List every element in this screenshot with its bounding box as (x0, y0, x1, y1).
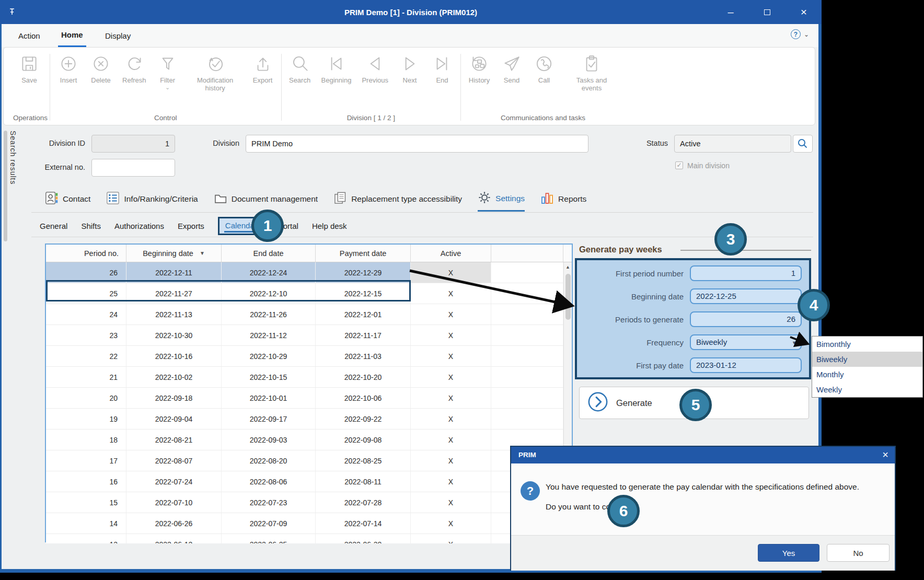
status-field[interactable]: Active (674, 135, 791, 153)
ribbon-button-save[interactable]: Save (13, 51, 45, 85)
first-pay-date-field[interactable]: 2023-01-12 (690, 357, 802, 373)
ribbon-button-tasks-and-events[interactable]: Tasks and events (560, 51, 623, 92)
ribbon-button-search[interactable]: Search (284, 51, 316, 85)
dropdown-option-biweekly[interactable]: Biweekly (812, 352, 922, 367)
subtab-authorizations[interactable]: Authorizations (114, 222, 164, 230)
ribbon-group-label: Control (52, 110, 279, 125)
cell-payment-date: 2022-07-28 (316, 492, 411, 513)
beginning-date-field[interactable]: 2022-12-25 (690, 288, 802, 304)
ribbon-button-modification-history[interactable]: Modification history (184, 51, 247, 92)
column-header-end-date[interactable]: End date (222, 245, 316, 262)
scroll-up-icon[interactable]: ▲ (564, 264, 572, 270)
first-period-number-field[interactable]: 1 (690, 265, 802, 281)
table-row[interactable]: 212022-10-022022-10-152022-10-20X (46, 367, 572, 388)
tab-reports[interactable]: Reports (540, 187, 586, 212)
ribbon-button-call[interactable]: Call (528, 51, 560, 85)
ribbon-button-send[interactable]: Send (495, 51, 528, 85)
subtab-shifts[interactable]: Shifts (81, 222, 101, 230)
table-row[interactable]: 182022-08-212022-09-032022-09-08X (46, 430, 572, 450)
ribbon-button-history[interactable]: History (463, 51, 495, 85)
ribbon-button-export[interactable]: Export (247, 51, 279, 85)
ribbon-button-insert[interactable]: Insert (52, 51, 85, 85)
cell-payment-date: 2022-08-11 (316, 471, 411, 492)
menu-tab-action[interactable]: Action (15, 24, 43, 47)
dropdown-option-monthly[interactable]: Monthly (812, 367, 922, 382)
ribbon-button-previous[interactable]: Previous (356, 51, 394, 85)
cell-active: X (411, 471, 491, 492)
sidebar-scrollbar[interactable] (4, 131, 7, 241)
table-row[interactable]: 142022-06-262022-07-092022-07-14X (46, 513, 572, 534)
column-header-payment-date[interactable]: Payment date (316, 245, 411, 262)
field-row-frequency: FrequencyBiweekly▼ (577, 334, 809, 350)
maximize-button[interactable] (755, 0, 779, 24)
periods-to-generate-field[interactable]: 26 (690, 311, 802, 327)
ribbon-button-end[interactable]: End (426, 51, 458, 85)
ribbon-button-label: Delete (91, 77, 111, 85)
ribbon-button-filter[interactable]: Filter⌄ (152, 51, 184, 90)
external-no-field[interactable] (91, 159, 175, 177)
tab-contact[interactable]: Contact (45, 187, 90, 212)
ribbon-button-next[interactable]: Next (394, 51, 426, 85)
ribbon-button-delete[interactable]: Delete (85, 51, 117, 85)
cell-active: X (411, 262, 491, 283)
beginning-icon (325, 53, 347, 75)
column-header-empty[interactable] (491, 245, 563, 262)
sidebar-search-results-tab[interactable]: Search results (9, 131, 17, 184)
cell-empty (491, 262, 563, 283)
menu-tab-display[interactable]: Display (102, 24, 134, 47)
table-row[interactable]: 252022-11-272022-12-102022-12-15X (46, 283, 572, 304)
callout-6: 6 (607, 495, 640, 527)
table-row[interactable]: 172022-08-072022-08-202022-08-25X (46, 450, 572, 471)
dialog-close-button[interactable]: × (882, 447, 888, 463)
no-button[interactable]: No (827, 544, 890, 562)
sub-tab-bar: GeneralShiftsAuthorizationsExportsCalend… (31, 215, 347, 236)
ribbon-button-label: Previous (362, 77, 388, 85)
help-button[interactable]: ? ⌄ (791, 29, 809, 39)
subtab-exports[interactable]: Exports (178, 222, 204, 230)
division-id-field[interactable]: 1 (91, 135, 175, 153)
menu-tab-home[interactable]: Home (58, 24, 86, 47)
main-division-checkbox[interactable]: ✓ (675, 161, 683, 169)
close-button[interactable]: × (792, 0, 816, 24)
dropdown-option-bimonthly[interactable]: Bimonthly (812, 337, 922, 352)
dropdown-option-weekly[interactable]: Weekly (812, 382, 922, 397)
table-row[interactable]: 162022-07-242022-08-062022-08-11X (46, 471, 572, 492)
column-header-period-no[interactable]: Period no. (46, 245, 126, 262)
column-header-beginning-date[interactable]: Beginning date▼ (126, 245, 222, 262)
ribbon-button-label: Beginning (321, 77, 352, 85)
question-icon: ? (521, 481, 540, 501)
table-row[interactable]: 132022-06-122022-06-252022-06-30X (46, 534, 572, 543)
maximize-icon (764, 9, 770, 15)
table-row[interactable]: 232022-10-302022-11-122022-11-17X (46, 325, 572, 346)
status-lookup-button[interactable] (793, 135, 813, 153)
chevron-down-icon: ⌄ (165, 85, 170, 90)
yes-button[interactable]: Yes (758, 544, 819, 562)
scrollbar-thumb[interactable] (565, 274, 571, 320)
minimize-button[interactable]: – (719, 0, 743, 24)
table-row[interactable]: 202022-09-182022-10-012022-10-06X (46, 388, 572, 409)
table-row[interactable]: 222022-10-162022-10-292022-11-03X (46, 346, 572, 367)
tab-settings[interactable]: Settings (478, 187, 525, 212)
division-field[interactable]: PRIM Demo (246, 135, 588, 153)
table-row[interactable]: 262022-12-112022-12-242022-12-29X (46, 262, 572, 283)
subtab-help-desk[interactable]: Help desk (312, 222, 347, 230)
column-header-active[interactable]: Active (411, 245, 491, 262)
ribbon-button-refresh[interactable]: Refresh (117, 51, 152, 85)
table-row[interactable]: 192022-09-042022-09-172022-09-22X (46, 409, 572, 430)
chevron-down-icon: ▼ (792, 336, 796, 350)
frequency-dropdown[interactable]: Biweekly▼ (690, 334, 802, 350)
table-row[interactable]: 152022-07-102022-07-232022-07-28X (46, 492, 572, 513)
tab-document-management[interactable]: Document management (214, 187, 318, 212)
info-ranking-icon (106, 191, 120, 207)
cell-period-no: 14 (46, 513, 126, 533)
subtab-general[interactable]: General (40, 222, 67, 230)
divider (31, 212, 813, 213)
tab-info-ranking-criteria[interactable]: Info/Ranking/Criteria (106, 187, 198, 212)
ribbon-button-beginning[interactable]: Beginning (316, 51, 357, 85)
tab-replacement-type-accessibility[interactable]: Replacement type accessibility (333, 187, 462, 212)
cell-empty (491, 388, 563, 408)
ribbon-group-communications-and-tasks: HistorySendCallTasks and eventsCommunica… (463, 51, 623, 125)
contact-icon (45, 191, 59, 207)
table-row[interactable]: 242022-11-132022-11-262022-12-01X (46, 304, 572, 325)
confirmation-dialog: PRIM × ? You have requested to generate … (510, 446, 896, 571)
